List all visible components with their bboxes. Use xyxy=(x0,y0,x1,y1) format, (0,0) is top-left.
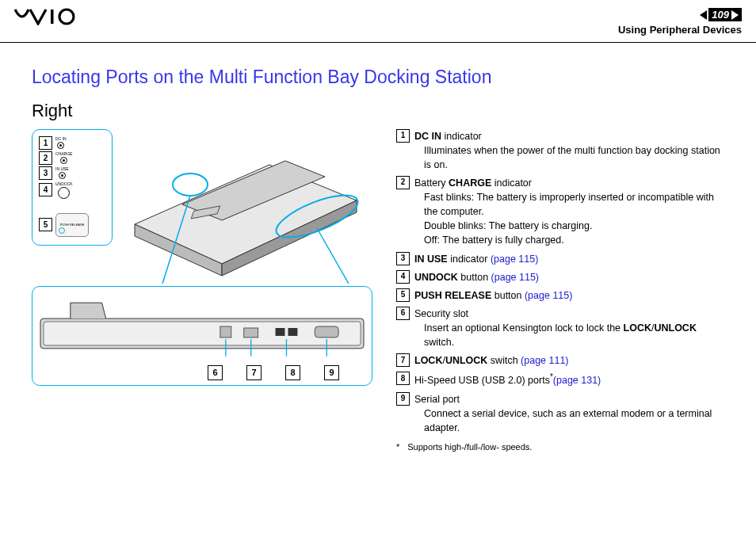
callout-9: 9 xyxy=(324,365,339,380)
callout-8: 8 xyxy=(285,365,300,380)
legend-item: 3 IN USE indicator (page 115) xyxy=(396,252,724,266)
page-link[interactable]: (page 115) xyxy=(491,272,539,283)
svg-rect-17 xyxy=(315,326,338,338)
indicator-panel-diagram: 1 DC IN 2 CHARGE 3 IN USE 4 UNDOCK xyxy=(32,129,113,246)
legend-item: 2 Battery CHARGE indicator Fast blinks: … xyxy=(396,176,724,248)
legend-column: 1 DC IN indicator Illuminates when the p… xyxy=(396,129,724,454)
callout-4: 4 xyxy=(39,183,52,196)
section-subtitle: Right xyxy=(32,101,724,121)
page-header: 109 Using Peripheral Devices xyxy=(0,0,756,43)
callout-1: 1 xyxy=(39,136,52,150)
charge-led-icon xyxy=(60,157,67,164)
legend-item: 7 LOCK/UNLOCK switch (page 111) xyxy=(396,353,724,368)
push-release-icon: PUSH RELEASE xyxy=(55,213,89,237)
dc-in-led-icon xyxy=(57,142,64,149)
legend-item: 8 Hi-Speed USB (USB 2.0) ports*(page 131… xyxy=(396,372,724,387)
callout-6: 6 xyxy=(208,365,223,380)
callout-3: 3 xyxy=(39,166,52,180)
page-number-badge: 109 xyxy=(708,8,742,21)
dock-side-diagram: 6 7 8 9 xyxy=(32,286,372,386)
vaio-logo xyxy=(14,8,86,28)
legend-item: 9 Serial port Connect a serial device, s… xyxy=(396,392,724,435)
svg-point-1 xyxy=(59,10,74,24)
breadcrumb: Using Peripheral Devices xyxy=(618,24,742,36)
prev-page-icon[interactable] xyxy=(700,10,707,20)
page-link[interactable]: (page 115) xyxy=(525,290,572,301)
dock-isometric-diagram xyxy=(119,129,372,286)
legend-item: 1 DC IN indicator Illuminates when the p… xyxy=(396,129,724,172)
legend-item: 5 PUSH RELEASE button (page 115) xyxy=(396,288,724,303)
svg-rect-12 xyxy=(44,322,361,345)
callout-5: 5 xyxy=(39,218,52,231)
svg-rect-15 xyxy=(276,327,285,335)
svg-line-9 xyxy=(317,228,349,284)
svg-rect-0 xyxy=(51,10,54,24)
in-use-led-icon xyxy=(59,172,66,179)
legend-item: 6 Security slot Insert an optional Kensi… xyxy=(396,307,724,349)
page-link[interactable]: (page 111) xyxy=(521,355,568,366)
page-link[interactable]: (page 131) xyxy=(553,376,601,387)
callout-2: 2 xyxy=(39,151,52,165)
page-nav[interactable]: 109 xyxy=(700,8,742,21)
svg-point-6 xyxy=(173,174,208,196)
callout-7: 7 xyxy=(246,365,262,380)
svg-rect-13 xyxy=(220,326,231,338)
svg-rect-14 xyxy=(244,327,258,337)
next-page-icon[interactable] xyxy=(731,10,739,20)
page-title: Locating Ports on the Multi Function Bay… xyxy=(32,67,724,88)
page-link[interactable]: (page 115) xyxy=(491,254,538,265)
diagram-column: 1 DC IN 2 CHARGE 3 IN USE 4 UNDOCK xyxy=(32,129,372,454)
svg-rect-16 xyxy=(288,327,297,335)
legend-item: 4 UNDOCK button (page 115) xyxy=(396,270,724,284)
undock-button-icon xyxy=(58,187,70,199)
footnote: * Supports high-/full-/low- speeds. xyxy=(396,441,724,454)
